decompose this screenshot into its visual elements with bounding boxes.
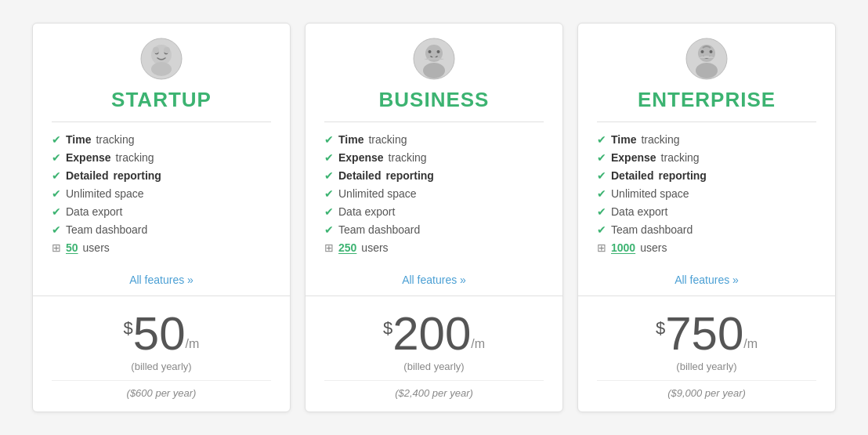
users-count: 250: [338, 241, 356, 254]
svg-point-6: [164, 47, 170, 53]
price-main: $ 750 /m: [597, 310, 816, 357]
price-divider: [52, 380, 271, 381]
pricing-card-business: BUSINESS ✔ Time tracking ✔ Expense track…: [305, 23, 563, 412]
check-icon: ✔: [324, 133, 334, 146]
features-list: ✔ Time tracking ✔ Expense tracking ✔ Det…: [33, 122, 290, 266]
feature-item: ✔ Expense tracking: [597, 151, 816, 164]
feature-item: ✔ Time tracking: [597, 133, 816, 146]
check-icon: ✔: [324, 205, 334, 218]
svg-point-9: [429, 50, 432, 53]
users-label: users: [83, 241, 110, 254]
billed-total: ($9,000 per year): [597, 387, 816, 399]
grid-icon: ⊞: [324, 241, 334, 254]
feature-item: ✔ Data export: [597, 205, 816, 218]
feature-item: ✔ Unlimited space: [324, 187, 544, 200]
price-dollar: $: [124, 318, 133, 339]
check-icon: ✔: [597, 187, 606, 200]
check-icon: ✔: [324, 223, 334, 236]
feature-item: ✔ Team dashboard: [324, 223, 544, 236]
feature-item: ✔ Expense tracking: [52, 151, 271, 164]
all-features-link[interactable]: All features »: [306, 266, 562, 295]
feature-item: ✔ Data export: [324, 205, 544, 218]
check-icon: ✔: [52, 187, 61, 200]
plan-title: BUSINESS: [379, 88, 490, 112]
billed-yearly: (billed yearly): [597, 361, 816, 372]
plan-title: ENTERPRISE: [638, 88, 776, 112]
card-header: ENTERPRISE: [578, 24, 835, 121]
feature-item: ✔ Team dashboard: [52, 223, 271, 236]
users-row: ⊞ 50 users: [52, 241, 271, 254]
svg-point-16: [696, 63, 718, 78]
price-main: $ 50 /m: [52, 310, 271, 357]
svg-point-5: [153, 47, 159, 53]
svg-point-11: [423, 63, 445, 78]
feature-item: ✔ Expense tracking: [324, 151, 544, 164]
plan-title: STARTUP: [111, 88, 212, 112]
check-icon: ✔: [52, 133, 61, 146]
svg-point-4: [151, 62, 172, 76]
feature-item: ✔ Detailed reporting: [324, 169, 544, 182]
check-icon: ✔: [324, 187, 334, 200]
feature-item: ✔ Team dashboard: [597, 223, 816, 236]
price-dollar: $: [656, 318, 665, 339]
users-count: 1000: [611, 241, 635, 254]
avatar: [140, 38, 183, 80]
feature-item: ✔ Detailed reporting: [597, 169, 816, 182]
check-icon: ✔: [52, 223, 61, 236]
users-row: ⊞ 250 users: [324, 241, 544, 254]
feature-item: ✔ Data export: [52, 205, 271, 218]
feature-item: ✔ Detailed reporting: [52, 169, 271, 182]
price-period: /m: [186, 337, 200, 351]
price-divider: [324, 380, 544, 381]
avatar: [413, 38, 455, 80]
users-count: 50: [66, 241, 78, 254]
users-label: users: [361, 241, 388, 254]
billed-yearly: (billed yearly): [324, 361, 544, 372]
features-list: ✔ Time tracking ✔ Expense tracking ✔ Det…: [578, 122, 835, 266]
price-amount: 50: [133, 310, 186, 357]
check-icon: ✔: [597, 151, 606, 164]
feature-item: ✔ Unlimited space: [597, 187, 816, 200]
pricing-card-startup: STARTUP ✔ Time tracking ✔ Expense tracki…: [32, 23, 291, 412]
grid-icon: ⊞: [52, 241, 61, 254]
price-period: /m: [471, 337, 485, 351]
users-row: ⊞ 1000 users: [597, 241, 816, 254]
svg-point-15: [710, 50, 713, 53]
billed-total: ($600 per year): [52, 387, 271, 399]
avatar: [685, 38, 728, 80]
feature-item: ✔ Unlimited space: [52, 187, 271, 200]
price-amount: 750: [665, 310, 743, 357]
pricing-container: STARTUP ✔ Time tracking ✔ Expense tracki…: [16, 23, 852, 412]
all-features-link[interactable]: All features »: [578, 266, 835, 295]
svg-point-10: [437, 50, 440, 53]
card-header: BUSINESS: [306, 24, 562, 121]
check-icon: ✔: [597, 223, 606, 236]
check-icon: ✔: [597, 205, 606, 218]
billed-total: ($2,400 per year): [324, 387, 544, 399]
price-divider: [597, 380, 816, 381]
price-amount: 200: [392, 310, 471, 357]
feature-item: ✔ Time tracking: [52, 133, 271, 146]
feature-item: ✔ Time tracking: [324, 133, 544, 146]
check-icon: ✔: [324, 169, 334, 182]
card-header: STARTUP: [33, 24, 290, 121]
check-icon: ✔: [324, 151, 334, 164]
price-period: /m: [743, 337, 758, 351]
all-features-link[interactable]: All features »: [33, 266, 290, 295]
pricing-section: $ 750 /m (billed yearly) ($9,000 per yea…: [578, 295, 835, 411]
billed-yearly: (billed yearly): [52, 361, 271, 372]
check-icon: ✔: [52, 151, 61, 164]
features-list: ✔ Time tracking ✔ Expense tracking ✔ Det…: [306, 122, 562, 266]
pricing-section: $ 200 /m (billed yearly) ($2,400 per yea…: [306, 295, 562, 411]
check-icon: ✔: [597, 133, 606, 146]
price-dollar: $: [383, 318, 392, 339]
pricing-card-enterprise: ENTERPRISE ✔ Time tracking ✔ Expense tra…: [577, 23, 836, 412]
svg-point-14: [701, 50, 704, 53]
check-icon: ✔: [52, 169, 61, 182]
grid-icon: ⊞: [597, 241, 606, 254]
users-label: users: [640, 241, 667, 254]
check-icon: ✔: [52, 205, 61, 218]
check-icon: ✔: [597, 169, 606, 182]
svg-point-13: [698, 45, 715, 62]
pricing-section: $ 50 /m (billed yearly) ($600 per year): [33, 295, 290, 411]
